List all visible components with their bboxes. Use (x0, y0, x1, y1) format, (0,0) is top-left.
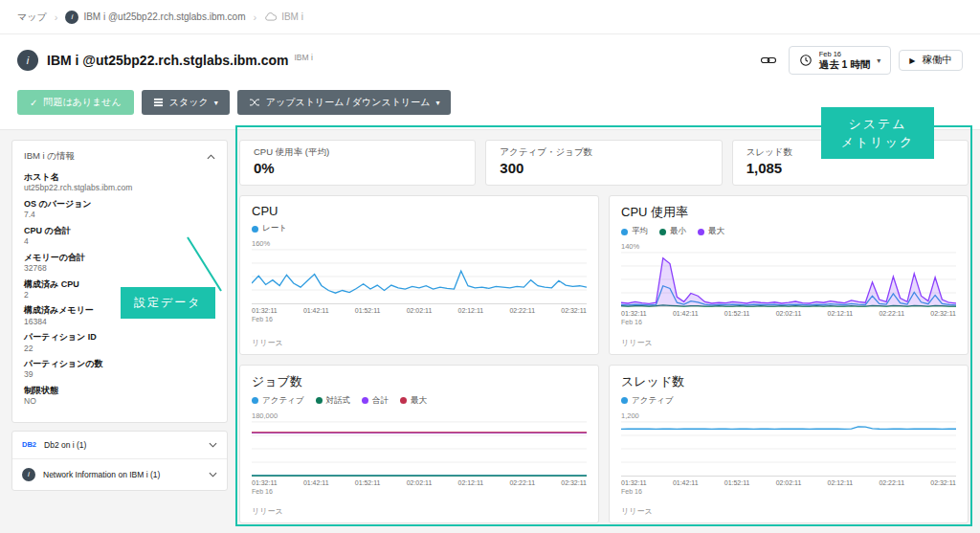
info-label: ホスト名 (24, 172, 215, 183)
line-chart[interactable] (621, 252, 956, 307)
x-tick: 02:22:11 (509, 478, 535, 496)
legend-dot (621, 397, 628, 404)
legend-dot (698, 229, 704, 235)
legend-item[interactable]: アクティブ (252, 395, 304, 407)
stack-label: スタック (169, 96, 209, 109)
chart-legend: アクティブ対話式合計最大 (252, 395, 587, 407)
line-chart[interactable] (252, 249, 587, 304)
info-label: CPU の合計 (24, 226, 215, 236)
x-tick: 02:32:11 (930, 309, 956, 326)
legend-dot (316, 397, 323, 404)
line-chart[interactable] (621, 421, 956, 477)
legend-item[interactable]: 最小 (659, 226, 686, 237)
upstream-downstream-button[interactable]: アップストリーム / ダウンストリーム ▾ (237, 90, 452, 115)
stack-button[interactable]: スタック ▾ (142, 90, 230, 115)
ibmi-info-card: IBM i の情報 ホスト名ut25bp22.rch.stglabs.ibm.c… (11, 140, 228, 423)
chart-title: CPU (252, 204, 587, 218)
chart-legend: 平均最小最大 (621, 226, 956, 237)
breadcrumb-separator: › (254, 11, 257, 23)
chevron-up-icon (207, 154, 215, 160)
chart-card-jobs: ジョブ数 アクティブ対話式合計最大 180,000 01:32:11Feb 16… (239, 365, 599, 524)
chart-legend: レート (252, 223, 587, 234)
time-range-button[interactable]: Feb 16 過去 1 時間 ▾ (789, 46, 892, 76)
page-title: IBM i @ut25bp22.rch.stglabs.ibm.com (47, 53, 288, 68)
info-value: ut25bp22.rch.stglabs.ibm.com (24, 183, 215, 193)
sidebar-group-db2[interactable]: DB2 Db2 on i (1) (12, 432, 227, 458)
info-value: 22 (24, 344, 215, 354)
time-range-text: Feb 16 過去 1 時間 (819, 50, 871, 72)
legend-item[interactable]: 最大 (400, 395, 427, 407)
cloud-icon (264, 12, 277, 21)
x-tick: 02:02:11 (407, 478, 433, 496)
info-section-title: IBM i の情報 (24, 150, 75, 163)
breadcrumb-item-map[interactable]: マップ (17, 11, 47, 24)
y-axis-max-label: 160% (252, 239, 587, 248)
legend-item[interactable]: 対話式 (316, 395, 351, 407)
chevron-down-icon: ▾ (214, 99, 218, 107)
x-tick: 02:12:11 (458, 478, 484, 496)
entity-type-label: IBM i (294, 53, 312, 62)
time-range-date: Feb 16 (819, 50, 841, 58)
chevron-down-icon: ▾ (435, 99, 439, 107)
y-axis-max-label: 140% (621, 242, 956, 251)
legend-item[interactable]: 最大 (698, 226, 724, 237)
info-label: パーティション ID (24, 332, 215, 343)
release-label: リリース (252, 502, 587, 517)
y-axis-max-label: 1,200 (621, 411, 956, 420)
x-tick: 01:52:11 (355, 478, 381, 496)
metric-label: アクティブ・ジョブ数 (500, 146, 707, 159)
legend-label: 最大 (411, 395, 427, 407)
group-label: Network Information on IBM i (1) (43, 470, 160, 479)
link-button[interactable] (756, 48, 781, 73)
chart-title: CPU 使用率 (621, 204, 956, 221)
chart-card-cpu-usage: CPU 使用率 平均最小最大 140% 01:32:11Feb 1601:42:… (609, 195, 969, 355)
ibmi-icon: i (22, 468, 35, 481)
sidebar-group-network[interactable]: i Network Information on IBM i (1) (12, 458, 227, 490)
legend-dot (621, 229, 628, 235)
no-issues-label: 問題はありません (43, 96, 121, 109)
y-axis-max-label: 180,000 (252, 411, 587, 420)
line-chart[interactable] (252, 421, 587, 477)
metric-card[interactable]: CPU 使用率 (平均)0% (239, 140, 476, 186)
x-tick: 01:42:11 (673, 309, 699, 326)
legend-dot (400, 397, 407, 404)
x-tick: 02:12:11 (458, 306, 484, 323)
time-range-label: 過去 1 時間 (819, 58, 871, 71)
legend-label: アクティブ (262, 395, 304, 407)
live-status-label: 稼働中 (923, 54, 953, 67)
chevron-down-icon (209, 442, 217, 448)
clock-icon (799, 54, 813, 67)
legend-item[interactable]: 平均 (621, 226, 648, 237)
legend-label: 対話式 (326, 395, 351, 407)
info-section-header[interactable]: IBM i の情報 (24, 150, 215, 163)
legend-item[interactable]: アクティブ (621, 395, 674, 407)
legend-item[interactable]: レート (252, 223, 287, 234)
x-tick: 02:02:11 (776, 309, 802, 326)
no-issues-button[interactable]: ✓ 問題はありません (17, 90, 134, 115)
metric-card[interactable]: アクティブ・ジョブ数300 (485, 140, 722, 186)
x-tick: 01:42:11 (303, 306, 329, 323)
live-status-button[interactable]: ▶ 稼働中 (899, 50, 963, 71)
info-item: OS のバージョン7.4 (24, 199, 215, 220)
legend-dot (362, 397, 368, 404)
legend-item[interactable]: 合計 (362, 395, 389, 407)
legend-label: 平均 (632, 226, 648, 237)
x-tick: 01:52:11 (355, 306, 381, 323)
link-icon (760, 56, 777, 65)
x-tick: 01:42:11 (673, 478, 699, 496)
breadcrumb-item-host[interactable]: i IBM i @ut25bp22.rch.stglabs.ibm.com (65, 11, 245, 24)
chevron-down-icon (209, 472, 217, 477)
x-tick: 02:02:11 (776, 478, 802, 496)
content-area: IBM i の情報 ホスト名ut25bp22.rch.stglabs.ibm.c… (0, 130, 980, 533)
group-label: Db2 on i (1) (44, 440, 86, 450)
release-label: リリース (621, 502, 956, 517)
breadcrumb-item-ibmi[interactable]: IBM i (264, 11, 303, 22)
check-icon: ✓ (30, 98, 37, 108)
page-header: i IBM i @ut25bp22.rch.stglabs.ibm.com IB… (0, 34, 980, 86)
ibmi-icon: i (17, 50, 38, 71)
info-label: メモリーの合計 (24, 253, 215, 263)
metric-value: 0% (254, 160, 461, 176)
release-label: リリース (621, 334, 956, 348)
chart-card-threads: スレッド数 アクティブ 1,200 01:32:11Feb 1601:42:11… (609, 365, 969, 524)
chart-title: スレッド数 (621, 373, 956, 390)
